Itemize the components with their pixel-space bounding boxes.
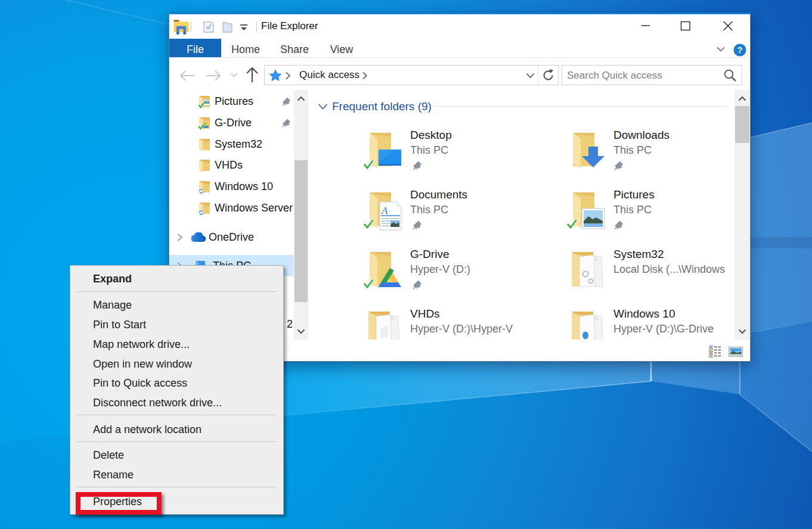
svg-text:A: A bbox=[381, 205, 388, 216]
svg-text:?: ? bbox=[737, 45, 743, 55]
